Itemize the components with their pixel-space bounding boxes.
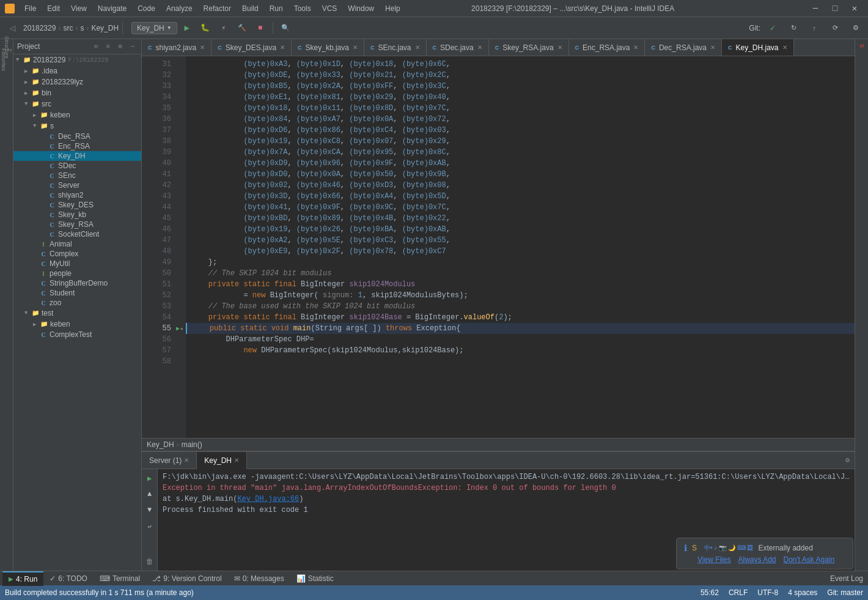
file-encoding[interactable]: UTF-8 [757,588,778,597]
run-tab-keydh-close[interactable]: ✕ [234,457,239,464]
run-scroll-up-button[interactable]: ▲ [143,487,156,501]
notification-view-files[interactable]: View Files [697,555,730,564]
bottom-tab-todo[interactable]: ✓ 6: TODO [43,571,94,586]
tab-close-icon[interactable]: ✕ [200,44,205,51]
gutter-run-55[interactable]: ▶ ● [174,323,186,334]
menu-file[interactable]: File [20,3,41,14]
tree-item-animal[interactable]: ▶ I Animal [13,239,141,249]
tree-item-people[interactable]: ▶ I people [13,269,141,278]
settings-button[interactable]: ⚙ [847,20,864,37]
panel-sync-button[interactable]: ⊙ [91,42,101,51]
git-push-button[interactable]: ↑ [806,20,823,37]
tree-item-complex-test[interactable]: ▶ C ComplexTest [13,330,141,339]
code-content[interactable]: (byte)0xA3, (byte)0x1D, (byte)0x18, (byt… [186,56,855,438]
tree-item-skey-rsa[interactable]: ▶ C Skey_RSA [13,220,141,229]
breadcrumb-project[interactable]: 20182329 [23,24,56,32]
menu-refactor[interactable]: Refactor [199,3,236,14]
cursor-position[interactable]: 55:62 [701,588,719,597]
tree-item-keben[interactable]: ▶ 📁 keben [13,109,141,120]
breadcrumb-s[interactable]: s [80,24,84,32]
search-everywhere-button[interactable]: 🔍 [277,20,294,37]
tree-item-root[interactable]: ▼ 📁 20182329 F:\20182329 [13,54,141,65]
run-output-link[interactable]: Key_DH.java:66 [237,495,299,503]
menu-help[interactable]: Help [380,3,405,14]
tree-item-stringbuffer[interactable]: ▶ C StringBufferDemo [13,278,141,288]
notification-badge[interactable]: S [859,42,865,50]
tree-item-zoo[interactable]: ▶ C zoo [13,298,141,308]
settings-gear-icon[interactable]: ⚙ [845,456,850,465]
menu-vcs[interactable]: VCS [317,3,342,14]
breadcrumb-src[interactable]: src [63,24,73,32]
debug-line-icon[interactable]: ● [180,326,183,331]
menu-tools[interactable]: Tools [289,3,316,14]
tree-item-student[interactable]: ▶ C Student [13,288,141,298]
tree-item-bin[interactable]: ▶ 📁 bin [13,87,141,98]
tree-item-enc-rsa[interactable]: ▶ C Enc_RSA [13,141,141,151]
tab-key-dh[interactable]: C Key_DH.java ✕ [722,39,794,56]
tab-close-icon[interactable]: ✕ [415,44,420,51]
line-separator[interactable]: CRLF [729,588,748,597]
tab-close-icon[interactable]: ✕ [633,44,638,51]
tree-item-idea[interactable]: ▶ 📁 .idea [13,65,141,76]
tree-item-src[interactable]: ▼ 📁 src [13,98,141,109]
panel-collapse-button[interactable]: ≡ [103,42,113,51]
build-button[interactable]: 🔨 [234,20,251,37]
run-clear-button[interactable]: 🗑 [143,555,156,568]
git-check-button[interactable]: ✓ [764,20,781,37]
back-button[interactable]: ◁ [4,20,21,37]
menu-run[interactable]: Run [265,3,288,14]
tree-item-socket-client[interactable]: ▶ C SocketClient [13,229,141,239]
tree-item-server[interactable]: ▶ C Server [13,180,141,190]
bottom-tab-run[interactable]: ▶ 4: Run [2,571,43,586]
close-button[interactable]: ✕ [846,0,863,17]
tree-item-key-dh[interactable]: ▶ C Key_DH [13,151,141,161]
tree-item-skey-kb[interactable]: ▶ C Skey_kb [13,210,141,220]
tab-close-icon[interactable]: ✕ [280,44,285,51]
tab-senc[interactable]: C SEnc.java ✕ [364,39,427,56]
run-tab-server-close[interactable]: ✕ [184,457,189,464]
panel-close-button[interactable]: ─ [128,42,138,51]
run-play-button[interactable]: ▶ [143,472,156,485]
bottom-tab-messages[interactable]: ✉ 0: Messages [228,571,290,586]
tree-item-sdec[interactable]: ▶ C SDec [13,161,141,171]
tab-skey-kb[interactable]: C Skey_kb.java ✕ [292,39,364,56]
tab-close-icon[interactable]: ✕ [710,44,715,51]
tab-close-icon[interactable]: ✕ [782,44,787,51]
tab-close-icon[interactable]: ✕ [477,44,482,51]
run-line-icon[interactable]: ▶ [176,325,180,332]
menu-analyze[interactable]: Analyze [161,3,197,14]
tree-item-complex[interactable]: ▶ C Complex [13,249,141,259]
debug-button[interactable]: 🐛 [197,20,214,37]
tree-item-test-keben[interactable]: ▶ 📁 keben [13,319,141,330]
tab-sdec[interactable]: C SDec.java ✕ [427,39,489,56]
tree-item-test[interactable]: ▼ 📁 test [13,308,141,319]
event-log-button[interactable]: Event Log [830,574,863,583]
run-tab-keydh[interactable]: Key_DH ✕ [197,452,247,469]
tab-close-icon[interactable]: ✕ [557,44,562,51]
bottom-tab-vcs[interactable]: ⎇ 9: Version Control [146,571,227,586]
run-settings-button[interactable]: ⚙ [845,456,855,465]
tab-skey-rsa[interactable]: C Skey_RSA.java ✕ [489,39,569,56]
menu-navigate[interactable]: Navigate [93,3,131,14]
run-coverage-button[interactable]: ⚡ [215,20,232,37]
notification-always-add[interactable]: Always Add [738,555,776,564]
run-button[interactable]: ▶ [178,20,196,37]
git-sync-button[interactable]: ↻ [785,20,802,37]
tree-item-shiyan2[interactable]: ▶ C shiyan2 [13,190,141,200]
tree-item-s[interactable]: ▼ 📁 s [13,120,141,131]
notification-dont-ask[interactable]: Don't Ask Again [784,555,835,564]
breadcrumb-file[interactable]: Key_DH [91,24,119,32]
menu-edit[interactable]: Edit [42,3,65,14]
menu-view[interactable]: View [66,3,92,14]
bottom-tab-statistic[interactable]: 📊 Statistic [290,571,340,586]
panel-settings-button[interactable]: ⚙ [116,42,125,51]
tab-skey-des[interactable]: C Skey_DES.java ✕ [211,39,292,56]
tab-enc-rsa[interactable]: C Enc_RSA.java ✕ [569,39,645,56]
menu-build[interactable]: Build [237,3,263,14]
vcs-branch[interactable]: Git: master [827,588,863,597]
tree-item-skey-des[interactable]: ▶ C Skey_DES [13,200,141,210]
menu-code[interactable]: Code [133,3,160,14]
tab-shiyan2[interactable]: C shiyan2.java ✕ [142,39,211,56]
tree-item-senc[interactable]: ▶ C SEnc [13,171,141,180]
tree-item-myutil[interactable]: ▶ C MyUtil [13,259,141,269]
